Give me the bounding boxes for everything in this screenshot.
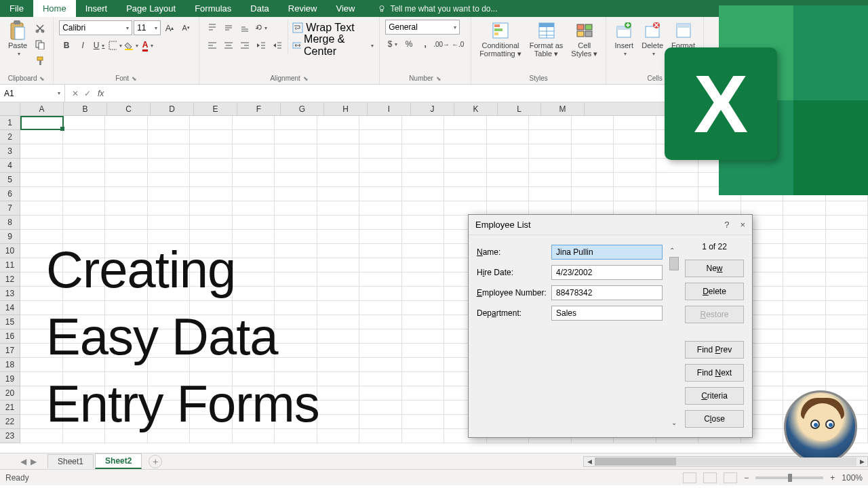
bold-button[interactable]: B — [59, 38, 74, 53]
font-name-combo[interactable]: Calibri▾ — [59, 20, 132, 35]
accounting-button[interactable]: $▾ — [385, 37, 400, 52]
row-header[interactable]: 22 — [0, 415, 20, 429]
fill-handle[interactable] — [60, 127, 64, 131]
increase-indent-button[interactable] — [270, 38, 285, 53]
underline-button[interactable]: U▾ — [92, 38, 106, 53]
number-launcher-icon[interactable]: ⬊ — [436, 75, 441, 82]
tab-data[interactable]: Data — [241, 0, 278, 17]
zoom-level[interactable]: 100% — [842, 473, 863, 483]
font-color-button[interactable]: A▾ — [140, 38, 155, 53]
row-header[interactable]: 15 — [0, 315, 20, 329]
tab-page-layout[interactable]: Page Layout — [117, 0, 185, 17]
scroll-down-icon[interactable]: ⌄ — [671, 419, 677, 426]
row-header[interactable]: 4 — [0, 159, 20, 173]
hire-date-field[interactable] — [551, 265, 663, 280]
column-header[interactable]: K — [454, 102, 498, 115]
find-next-button[interactable]: Find Next — [685, 364, 744, 382]
column-header[interactable]: D — [151, 102, 194, 115]
zoom-in-button[interactable]: + — [830, 473, 835, 483]
sheet-tab-1[interactable]: Sheet1 — [47, 454, 94, 468]
row-header[interactable]: 3 — [0, 144, 20, 159]
increase-decimal-button[interactable]: .00→ — [434, 37, 449, 52]
row-header[interactable]: 19 — [0, 372, 20, 386]
delete-cells-button[interactable]: Delete▾ — [639, 20, 666, 58]
cell-styles-button[interactable]: CellStyles ▾ — [568, 20, 600, 59]
column-header[interactable]: J — [411, 102, 454, 115]
row-header[interactable]: 1 — [0, 116, 20, 130]
column-header[interactable]: I — [368, 102, 411, 115]
row-header[interactable]: 9 — [0, 230, 20, 244]
zoom-slider[interactable] — [755, 476, 823, 479]
criteria-button[interactable]: Criteria — [685, 387, 744, 405]
enter-formula-icon[interactable]: ✓ — [84, 89, 91, 98]
page-break-view-button[interactable] — [724, 472, 737, 483]
row-header[interactable]: 6 — [0, 187, 20, 201]
row-header[interactable]: 2 — [0, 130, 20, 144]
zoom-out-button[interactable]: − — [744, 473, 749, 483]
row-header[interactable]: 10 — [0, 244, 20, 258]
tab-formulas[interactable]: Formulas — [185, 0, 241, 17]
close-button[interactable]: Close — [685, 410, 744, 428]
decrease-font-button[interactable]: A▾ — [178, 20, 193, 35]
fx-icon[interactable]: fx — [98, 89, 109, 98]
row-header[interactable]: 17 — [0, 344, 20, 358]
select-all-corner[interactable] — [0, 102, 20, 115]
percent-button[interactable]: % — [401, 37, 416, 52]
format-painter-button[interactable] — [33, 54, 47, 68]
tab-home[interactable]: Home — [33, 0, 76, 17]
row-header[interactable]: 13 — [0, 287, 20, 301]
row-header[interactable]: 23 — [0, 429, 20, 443]
sheet-nav-next-icon[interactable]: ▶ — [31, 457, 37, 466]
conditional-formatting-button[interactable]: ConditionalFormatting ▾ — [477, 20, 524, 59]
dialog-help-icon[interactable]: ? — [724, 220, 729, 230]
dialog-scrollbar[interactable]: ⌃ ⌄ — [668, 242, 679, 428]
column-header[interactable]: C — [107, 102, 151, 115]
comma-button[interactable]: , — [418, 37, 433, 52]
normal-view-button[interactable] — [683, 472, 696, 483]
column-header[interactable]: L — [498, 102, 541, 115]
format-as-table-button[interactable]: Format asTable ▾ — [527, 20, 566, 59]
border-button[interactable]: ▾ — [108, 38, 123, 53]
decrease-decimal-button[interactable]: ←.0 — [450, 37, 465, 52]
dialog-titlebar[interactable]: Employee List ? × — [469, 215, 752, 235]
row-header[interactable]: 16 — [0, 329, 20, 344]
row-header[interactable]: 8 — [0, 216, 20, 230]
hscroll-right-icon[interactable]: ▶ — [856, 458, 867, 465]
cancel-formula-icon[interactable]: ✕ — [72, 89, 79, 98]
dialog-close-icon[interactable]: × — [740, 220, 745, 230]
number-format-combo[interactable]: General▾ — [385, 20, 460, 35]
row-header[interactable]: 20 — [0, 386, 20, 401]
scroll-up-icon[interactable]: ⌃ — [669, 247, 675, 254]
align-center-button[interactable] — [221, 38, 236, 53]
name-field[interactable] — [551, 245, 663, 260]
find-prev-button[interactable]: Find Prev — [685, 341, 744, 359]
fill-color-button[interactable]: ▾ — [124, 38, 139, 53]
align-left-button[interactable] — [205, 38, 220, 53]
scroll-thumb[interactable] — [669, 257, 679, 270]
tab-insert[interactable]: Insert — [76, 0, 117, 17]
alignment-launcher-icon[interactable]: ⬊ — [303, 75, 309, 82]
column-header[interactable]: G — [281, 102, 324, 115]
font-launcher-icon[interactable]: ⬊ — [132, 75, 137, 82]
tab-view[interactable]: View — [326, 0, 364, 17]
new-button[interactable]: New — [685, 260, 744, 277]
name-box[interactable]: A1▾ — [0, 85, 65, 102]
align-top-button[interactable] — [205, 20, 220, 35]
decrease-indent-button[interactable] — [254, 38, 269, 53]
align-bottom-button[interactable] — [237, 20, 252, 35]
tab-file[interactable]: File — [0, 0, 33, 17]
horizontal-scrollbar[interactable]: ◀ ▶ — [583, 456, 868, 467]
column-header[interactable]: A — [20, 102, 64, 115]
paste-button[interactable]: Paste ▾ — [5, 20, 30, 58]
column-header[interactable]: H — [324, 102, 368, 115]
italic-button[interactable]: I — [75, 38, 90, 53]
row-header[interactable]: 5 — [0, 173, 20, 187]
sheet-tab-2[interactable]: Sheet2 — [95, 453, 142, 469]
add-sheet-button[interactable]: + — [149, 455, 162, 468]
align-middle-button[interactable] — [221, 20, 236, 35]
hscroll-left-icon[interactable]: ◀ — [584, 458, 595, 465]
clipboard-launcher-icon[interactable]: ⬊ — [39, 75, 45, 82]
column-header[interactable]: F — [237, 102, 281, 115]
selected-cell[interactable] — [20, 116, 64, 130]
orientation-button[interactable]: ⟲▾ — [254, 20, 269, 35]
